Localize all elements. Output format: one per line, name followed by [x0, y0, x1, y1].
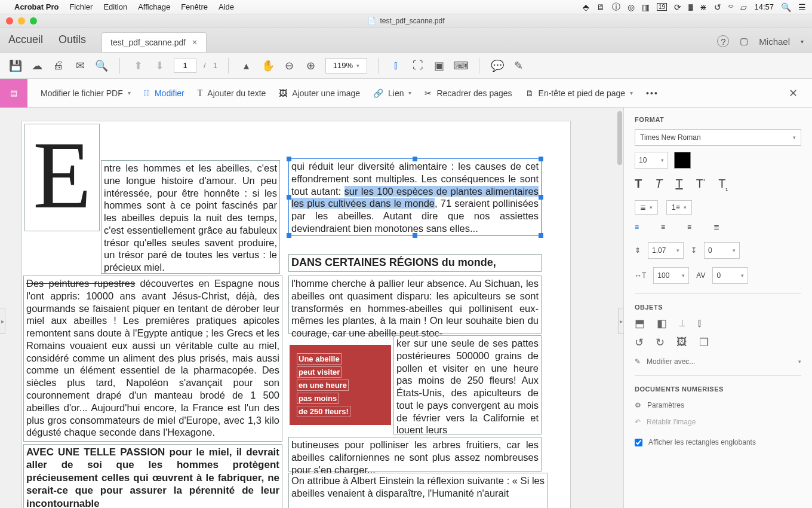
mail-icon[interactable]: ✉: [73, 59, 87, 73]
replace-image-icon[interactable]: 🖼: [676, 336, 687, 349]
text-box[interactable]: l'homme cherche à pallier leur absence. …: [288, 276, 542, 334]
add-text-button[interactable]: T Ajouter du texte: [198, 88, 266, 98]
arrange-icon[interactable]: ❐: [699, 336, 709, 349]
prev-page-icon[interactable]: ⬆: [131, 59, 145, 73]
superscript-button[interactable]: T¹: [696, 177, 706, 192]
align-obj-icon[interactable]: ⫿: [697, 317, 703, 330]
select-tool-icon[interactable]: ▴: [239, 59, 254, 73]
text-box[interactable]: ntre les hommes et les abeilles, c'est u…: [101, 160, 280, 274]
modify-button[interactable]: ✎⃞ Modifier: [144, 88, 184, 98]
align-left-button[interactable]: ≡: [635, 223, 648, 234]
callout-box[interactable]: Une abeille peut visiter en une heure pa…: [290, 345, 391, 425]
battery-icon[interactable]: ▱: [740, 2, 747, 12]
italic-button[interactable]: T: [655, 177, 662, 192]
settings-button[interactable]: ⚙ Paramètres: [635, 401, 801, 409]
align-justify-button[interactable]: ≣: [713, 223, 727, 234]
help-icon[interactable]: ?: [717, 35, 729, 47]
flip-h-icon[interactable]: ◧: [657, 317, 667, 330]
cloud-icon[interactable]: ☁: [30, 59, 44, 73]
cc-cloud-icon[interactable]: ◎: [628, 2, 635, 12]
print-icon[interactable]: 🖨: [51, 59, 66, 73]
menu-fenetre[interactable]: Fenêtre: [181, 2, 208, 11]
rotate-cw-icon[interactable]: ↻: [656, 336, 665, 349]
menu-edition[interactable]: Edition: [103, 2, 127, 11]
left-panel-toggle[interactable]: ▸: [0, 308, 5, 334]
next-page-icon[interactable]: ⬇: [152, 59, 167, 73]
subscript-button[interactable]: T₁: [718, 177, 728, 192]
wifi-icon[interactable]: ⌔: [728, 2, 733, 12]
space-after-select[interactable]: 0▾: [704, 242, 740, 259]
heading-box[interactable]: DANS CERTAINES RÉGIONS du monde,: [288, 254, 542, 272]
device-icon[interactable]: ▢: [740, 36, 748, 47]
header-footer-button[interactable]: 🗎 En-tête et pied de page ▾: [525, 88, 633, 98]
document-view[interactable]: ▸ E ntre les hommes et les abeilles, c'e…: [0, 108, 623, 508]
hand-tool-icon[interactable]: ✋: [261, 59, 275, 73]
tab-accueil[interactable]: Accueil: [8, 33, 43, 52]
line-height-select[interactable]: 1,07▾: [648, 242, 684, 259]
right-panel-toggle[interactable]: ▸: [618, 308, 623, 334]
number-list-button[interactable]: 1≡ ▾: [666, 200, 692, 215]
pdf-page[interactable]: E ntre les hommes et les abeilles, c'est…: [21, 121, 571, 508]
crop-obj-icon[interactable]: ⟂: [679, 317, 685, 330]
link-button[interactable]: 🔗 Lien ▾: [373, 88, 411, 98]
show-bounding-boxes-checkbox[interactable]: [635, 439, 642, 446]
font-color-swatch[interactable]: [674, 152, 691, 169]
edit-pdf-tool-icon[interactable]: ▤: [0, 79, 27, 108]
text-box[interactable]: butineuses pour polliniser les arbres fr…: [288, 437, 542, 472]
more-tools-button[interactable]: •••: [646, 88, 659, 98]
keyboard-icon[interactable]: ⌨: [454, 59, 468, 73]
search-icon[interactable]: 🔍: [94, 59, 109, 73]
rotate-ccw-icon[interactable]: ↺: [635, 336, 644, 349]
list-icon[interactable]: ☰: [798, 2, 806, 12]
tab-outils[interactable]: Outils: [59, 33, 86, 52]
tracking-select[interactable]: 0▾: [712, 267, 748, 284]
text-box[interactable]: On attribue à Albert Einstein la réflexi…: [288, 473, 548, 508]
bluetooth-icon[interactable]: ⋇: [700, 2, 707, 12]
text-box[interactable]: Des peintures rupestres découvertes en E…: [23, 276, 282, 442]
highlight-icon[interactable]: ✎: [512, 59, 526, 73]
memory-icon[interactable]: ▓: [688, 4, 693, 10]
restore-image-button[interactable]: ↶ Rétablir l'image: [635, 418, 801, 426]
scrollbar-thumb[interactable]: [617, 111, 622, 165]
text-box[interactable]: AVEC UNE TELLE PASSION pour le miel, il …: [23, 444, 282, 508]
user-caret-icon[interactable]: ▾: [801, 38, 804, 45]
zoom-out-icon[interactable]: ⊖: [282, 59, 297, 73]
dropbox-icon[interactable]: ⬘: [583, 2, 589, 12]
sync-icon[interactable]: ⟳: [674, 2, 681, 12]
timemachine-icon[interactable]: ↺: [714, 2, 721, 12]
text-box[interactable]: ker sur une seule de ses pattes postérie…: [393, 335, 542, 434]
font-size-select[interactable]: 10▾: [635, 152, 668, 169]
font-family-select[interactable]: Times New Roman▾: [635, 129, 801, 146]
crop-button[interactable]: ✂ Recadrer des pages: [425, 88, 512, 98]
add-image-button[interactable]: 🖼 Ajouter une image: [279, 88, 360, 98]
menu-affichage[interactable]: Affichage: [138, 2, 170, 11]
minimize-window-button[interactable]: [18, 17, 25, 25]
close-window-button[interactable]: [6, 17, 13, 25]
bullet-list-button[interactable]: ≣ ▾: [635, 200, 658, 215]
tab-document-active[interactable]: test_pdf_scanne.pdf ✕: [102, 32, 207, 52]
display-icon[interactable]: 🖥: [596, 2, 605, 12]
fit-page-icon[interactable]: ⛶: [411, 59, 425, 73]
info-icon[interactable]: ⓘ: [612, 2, 620, 13]
comment-icon[interactable]: 💬: [490, 59, 505, 73]
clock[interactable]: 14:57: [754, 2, 774, 11]
save-icon[interactable]: 💾: [8, 59, 23, 73]
toolbar-icon[interactable]: ▥: [642, 2, 650, 12]
menu-fichier[interactable]: Fichier: [69, 2, 93, 11]
calendar-icon[interactable]: 19: [657, 3, 667, 11]
hscale-select[interactable]: 100▾: [653, 267, 689, 284]
user-name[interactable]: Michael: [759, 36, 790, 47]
tab-close-icon[interactable]: ✕: [192, 38, 198, 47]
menu-aide[interactable]: Aide: [219, 2, 234, 11]
zoom-window-button[interactable]: [30, 17, 37, 25]
edit-pdf-title[interactable]: Modifier le fichier PDF ▾: [41, 88, 131, 98]
bold-button[interactable]: T: [635, 177, 642, 192]
align-center-button[interactable]: ≡: [661, 223, 674, 234]
zoom-in-icon[interactable]: ⊕: [304, 59, 318, 73]
text-box-selected[interactable]: qui réduit leur diversité alimentaire : …: [288, 158, 542, 236]
page-display-icon[interactable]: ▣: [432, 59, 447, 73]
close-tool-icon[interactable]: ✕: [789, 87, 798, 100]
zoom-dropdown[interactable]: 119% ▾: [325, 58, 367, 74]
dropcap-box[interactable]: E: [24, 124, 100, 231]
flip-v-icon[interactable]: ⬒: [635, 317, 645, 330]
